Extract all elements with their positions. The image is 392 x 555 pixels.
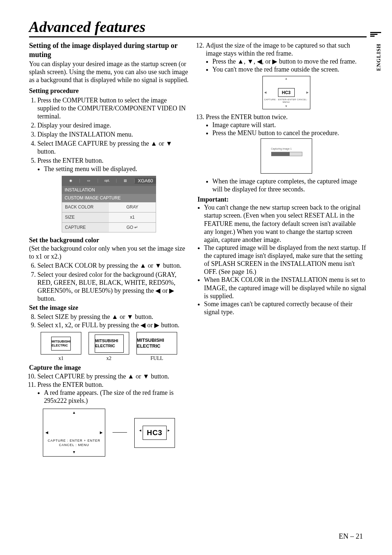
important-heading: Important: bbox=[197, 195, 367, 203]
down-icon: ▼ bbox=[166, 140, 172, 147]
down-icon: ▼ bbox=[247, 58, 254, 65]
right-icon: ▶ bbox=[100, 430, 103, 434]
down-icon: ▼ bbox=[155, 262, 162, 269]
section-heading: Setting of the image displayed during st… bbox=[29, 41, 189, 59]
capture-preview: HC3 bbox=[134, 418, 175, 448]
steps-list-2: Select BACK COLOR by pressing the ▲ or ▼… bbox=[29, 262, 189, 303]
menu-tab-icon: ▭ bbox=[80, 179, 98, 183]
capture-title: Capture the image bbox=[29, 364, 189, 372]
size-tile-x2: MITSUBISHI ELECTRIC bbox=[89, 332, 129, 355]
up-icon: ▲ bbox=[237, 58, 244, 65]
left-icon: ◀ bbox=[45, 430, 48, 434]
important-1: You can't change the new startup screen … bbox=[204, 203, 367, 244]
page-number: EN – 21 bbox=[339, 532, 363, 540]
left-column: Setting of the image displayed during st… bbox=[29, 40, 189, 457]
left-icon: ◀ bbox=[257, 58, 262, 65]
language-tab: ENGLISH bbox=[376, 44, 382, 71]
menu-screenshot: ◉ ▭ opt. ▥ XGA60 INSTALLATION CUSTOM IMA… bbox=[62, 176, 156, 233]
step-5: Press the ENTER button. The setting menu… bbox=[37, 157, 189, 173]
important-3: When BACK COLOR in the INSTALLATION menu… bbox=[204, 276, 367, 300]
step-11: Press the ENTER button. A red frame appe… bbox=[37, 381, 189, 405]
progress-bar bbox=[271, 152, 302, 156]
step-3: Display the INSTALLATION menu. bbox=[37, 130, 189, 138]
capture-diagram: ▲ ▼ ◀ ▶ CAPTURE : ENTER + ENTER CANCEL :… bbox=[29, 409, 189, 457]
steps-list-right-2: Press the ENTER button twice. Image capt… bbox=[197, 113, 367, 194]
step-13-sub-1: Image capture will start. bbox=[212, 121, 367, 129]
right-icon: ▶ bbox=[169, 287, 174, 294]
page-title: Advanced features bbox=[29, 18, 367, 37]
menu-tab-icon: ◉ bbox=[62, 179, 80, 183]
step-9: Select x1, x2, or FULL by pressing the ◀… bbox=[37, 321, 189, 329]
up-icon: ▲ bbox=[72, 410, 76, 415]
capture-frame: ▲ ▼ ◀ ▶ CAPTURE : ENTER + ENTER CANCEL :… bbox=[43, 409, 105, 457]
step-7: Select your desired color for the backgr… bbox=[37, 271, 189, 303]
step-6: Select BACK COLOR by pressing the ▲ or ▼… bbox=[37, 262, 189, 270]
connector-line bbox=[113, 432, 127, 457]
left-icon: ◀ bbox=[155, 287, 160, 294]
step-12-sub-1: Press the ▲, ▼, ◀, or ▶ button to move t… bbox=[212, 57, 367, 65]
mini-screen-progress: Capturing image 1 bbox=[261, 138, 312, 174]
up-icon: ▲ bbox=[111, 313, 118, 320]
steps-list-1: Press the COMPUTER button to select the … bbox=[29, 96, 189, 173]
menu-tab-icon: opt. bbox=[98, 179, 116, 183]
up-icon: ▲ bbox=[151, 140, 157, 147]
step-13-sub-3: When the image capture completes, the ca… bbox=[212, 177, 367, 193]
right-column: Adjust the size of the image to be captu… bbox=[197, 40, 367, 457]
size-title: Set the image size bbox=[29, 304, 189, 312]
menu-signal-label: XGA60 bbox=[135, 178, 156, 184]
important-list: You can't change the new startup screen … bbox=[197, 203, 367, 316]
setting-procedure-title: Setting procedure bbox=[29, 87, 189, 95]
up-icon: ▲ bbox=[140, 262, 146, 269]
step-13: Press the ENTER button twice. Image capt… bbox=[206, 113, 367, 194]
step-2: Display your desired image. bbox=[37, 121, 189, 129]
right-icon: ▶ bbox=[154, 321, 159, 329]
menu-subsection: CUSTOM IMAGE CAPTURE bbox=[62, 194, 156, 202]
step-13-sub-2: Press the MENU button to cancel the proc… bbox=[212, 129, 367, 137]
intro-paragraph: You can display your desired image as th… bbox=[29, 60, 189, 84]
step-12-sub-2: You can't move the red frame outside the… bbox=[212, 65, 367, 73]
step-4: Select IMAGE CAPTURE by pressing the ▲ o… bbox=[37, 139, 189, 155]
steps-list-right-1: Adjust the size of the image to be captu… bbox=[197, 41, 367, 109]
step-12: Adjust the size of the image to be captu… bbox=[206, 41, 367, 109]
bg-color-note: (Set the background color only when you … bbox=[29, 244, 189, 260]
down-icon: ▼ bbox=[127, 313, 133, 320]
menu-section: INSTALLATION bbox=[62, 186, 156, 194]
steps-list-4: Select CAPTURE by pressing the ▲ or ▼ bu… bbox=[29, 372, 189, 405]
mini-screen-hc3: ▲ ▼ ◀ ▶ HC3 CAPTURE : ENTER+ENTER CANCEL… bbox=[262, 76, 310, 109]
corner-decoration bbox=[370, 32, 381, 37]
bg-color-title: Set the background color bbox=[29, 236, 189, 244]
down-icon: ▼ bbox=[72, 450, 76, 454]
important-2: The captured image will be displayed fro… bbox=[204, 244, 367, 276]
steps-list-3: Select SIZE by pressing the ▲ or ▼ butto… bbox=[29, 313, 189, 329]
left-icon: ◀ bbox=[140, 321, 146, 329]
size-tile-x1: MITSUBISHI ELECTRIC bbox=[41, 332, 81, 355]
size-tile-full: MITSUBISHI ELECTRIC bbox=[136, 332, 177, 355]
step-11-sub: A red frame appears. (The size of the re… bbox=[44, 389, 189, 405]
up-icon: ▲ bbox=[127, 373, 134, 380]
down-icon: ▼ bbox=[143, 373, 149, 380]
right-icon: ▶ bbox=[272, 58, 277, 65]
menu-tab-icon: ▥ bbox=[117, 179, 135, 183]
step-8: Select SIZE by pressing the ▲ or ▼ butto… bbox=[37, 313, 189, 321]
step-1: Press the COMPUTER button to select the … bbox=[37, 96, 189, 120]
important-4: Some images can't be captured correctly … bbox=[204, 300, 367, 316]
step-10: Select CAPTURE by pressing the ▲ or ▼ bu… bbox=[37, 372, 189, 380]
step-5-sub: The setting menu will be displayed. bbox=[44, 165, 189, 173]
size-preview-row: MITSUBISHI ELECTRIC x1 MITSUBISHI ELECTR… bbox=[29, 332, 189, 361]
